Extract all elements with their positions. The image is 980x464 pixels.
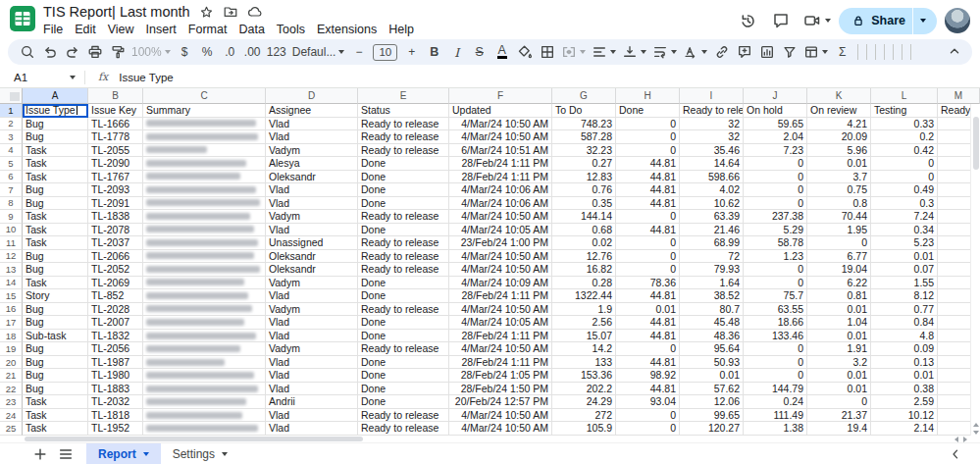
cell-J25[interactable]: 1.38 bbox=[744, 422, 807, 436]
column-header-I[interactable]: I bbox=[680, 88, 744, 104]
cell-C18[interactable] bbox=[143, 330, 266, 343]
cell-F25[interactable]: 4/Mar/24 10:50 AM bbox=[449, 422, 552, 436]
cell-F19[interactable]: 4/Mar/24 10:50 AM bbox=[449, 342, 552, 356]
cell-F1[interactable]: Updated bbox=[449, 104, 552, 118]
cell-B25[interactable]: TL-1952 bbox=[88, 422, 143, 436]
cell-C1[interactable]: Summary bbox=[143, 104, 266, 118]
cell-B21[interactable]: TL-1980 bbox=[88, 369, 143, 383]
cell-K20[interactable]: 3.2 bbox=[807, 356, 871, 370]
cell-L5[interactable]: 0 bbox=[871, 157, 938, 171]
cell-J21[interactable]: 0 bbox=[744, 369, 807, 383]
cell-B19[interactable]: TL-2056 bbox=[88, 342, 143, 356]
cell-D20[interactable]: Vlad bbox=[266, 356, 358, 370]
vertical-align-button[interactable] bbox=[619, 40, 649, 64]
cell-L23[interactable]: 2.59 bbox=[871, 395, 938, 409]
cell-A1[interactable]: Issue Type bbox=[23, 104, 88, 118]
cell-F13[interactable]: 4/Mar/24 10:50 AM bbox=[449, 263, 552, 277]
create-filter-button[interactable] bbox=[778, 40, 800, 64]
cell-A10[interactable]: Task bbox=[23, 224, 88, 237]
cell-E3[interactable]: Ready to release bbox=[358, 130, 449, 144]
cell-H18[interactable]: 44.81 bbox=[616, 330, 680, 343]
cell-J16[interactable]: 63.55 bbox=[744, 303, 807, 317]
cell-E10[interactable]: Done bbox=[358, 224, 449, 237]
cell-E18[interactable]: Done bbox=[358, 330, 449, 343]
cell-G21[interactable]: 153.36 bbox=[552, 369, 616, 383]
cell-H21[interactable]: 98.92 bbox=[616, 369, 680, 383]
column-header-J[interactable]: J bbox=[744, 88, 807, 104]
cell-C13[interactable] bbox=[143, 263, 266, 277]
cell-F8[interactable]: 4/Mar/24 10:06 AM bbox=[449, 197, 552, 211]
cell-C23[interactable] bbox=[143, 395, 266, 409]
cell-K21[interactable]: 0.01 bbox=[807, 369, 871, 383]
sheet-tab-settings[interactable]: Settings bbox=[161, 443, 239, 464]
cell-K16[interactable]: 0.01 bbox=[807, 303, 871, 317]
cell-K13[interactable]: 19.04 bbox=[807, 263, 871, 277]
cell-J5[interactable]: 0 bbox=[744, 157, 807, 171]
cell-J17[interactable]: 18.66 bbox=[744, 316, 807, 330]
cell-I5[interactable]: 14.64 bbox=[680, 157, 744, 171]
cell-K14[interactable]: 6.22 bbox=[807, 277, 871, 290]
cell-I17[interactable]: 45.48 bbox=[680, 316, 744, 330]
cell-A6[interactable]: Task bbox=[23, 171, 88, 184]
cell-H25[interactable]: 0 bbox=[616, 422, 680, 436]
cell-I24[interactable]: 99.65 bbox=[680, 409, 744, 423]
cell-H7[interactable]: 44.81 bbox=[616, 183, 680, 197]
cell-I20[interactable]: 50.93 bbox=[680, 356, 744, 370]
horizontal-scrollbar-thumb[interactable] bbox=[25, 437, 363, 441]
row-header-12[interactable]: 12 bbox=[0, 250, 23, 264]
scroll-up-icon[interactable] bbox=[973, 423, 979, 427]
column-header-D[interactable]: D bbox=[266, 88, 358, 104]
cell-H9[interactable]: 0 bbox=[616, 210, 680, 224]
row-header-7[interactable]: 7 bbox=[0, 183, 23, 197]
cell-E15[interactable]: Done bbox=[358, 289, 449, 303]
cell-C7[interactable] bbox=[143, 183, 266, 197]
cell-F5[interactable]: 28/Feb/24 1:11 PM bbox=[449, 157, 552, 171]
cell-I9[interactable]: 63.39 bbox=[680, 210, 744, 224]
cell-D5[interactable]: Alesya bbox=[266, 157, 358, 171]
cell-K22[interactable]: 0.01 bbox=[807, 383, 871, 396]
cell-I7[interactable]: 4.02 bbox=[680, 183, 744, 197]
increase-font-size-button[interactable]: + bbox=[400, 40, 423, 64]
cell-F20[interactable]: 28/Feb/24 1:11 PM bbox=[449, 356, 552, 370]
cell-H14[interactable]: 78.36 bbox=[616, 277, 680, 290]
cell-I2[interactable]: 32 bbox=[680, 118, 744, 131]
cell-B18[interactable]: TL-1832 bbox=[88, 330, 143, 343]
cell-D1[interactable]: Assignee bbox=[266, 104, 358, 118]
sheets-logo[interactable] bbox=[10, 6, 35, 31]
redo-button[interactable] bbox=[61, 40, 83, 64]
cell-K8[interactable]: 0.8 bbox=[807, 197, 871, 211]
cell-H20[interactable]: 44.81 bbox=[616, 356, 680, 370]
print-button[interactable] bbox=[83, 40, 106, 64]
menu-insert[interactable]: Insert bbox=[140, 22, 182, 37]
font-button[interactable]: Defaul... bbox=[289, 40, 348, 64]
cell-J24[interactable]: 111.49 bbox=[744, 409, 807, 423]
cell-H15[interactable]: 44.81 bbox=[616, 289, 680, 303]
cell-F9[interactable]: 4/Mar/24 10:50 AM bbox=[449, 210, 552, 224]
cell-H23[interactable]: 93.04 bbox=[616, 395, 680, 409]
cell-K6[interactable]: 3.7 bbox=[807, 171, 871, 184]
cell-L7[interactable]: 0.49 bbox=[871, 183, 938, 197]
cell-B11[interactable]: TL-2037 bbox=[88, 236, 143, 250]
cell-C16[interactable] bbox=[143, 303, 266, 317]
cell-A12[interactable]: Bug bbox=[23, 250, 88, 264]
row-header-16[interactable]: 16 bbox=[0, 303, 23, 317]
row-header-18[interactable]: 18 bbox=[0, 330, 23, 343]
cell-C5[interactable] bbox=[143, 157, 266, 171]
avatar[interactable] bbox=[945, 8, 970, 33]
cell-L1[interactable]: Testing bbox=[871, 104, 938, 118]
cell-G11[interactable]: 0.02 bbox=[552, 236, 616, 250]
sheet-tab-report[interactable]: Report bbox=[86, 443, 161, 464]
cell-G7[interactable]: 0.76 bbox=[552, 183, 616, 197]
cell-L10[interactable]: 0.34 bbox=[871, 224, 938, 237]
cell-C10[interactable] bbox=[143, 224, 266, 237]
cell-G20[interactable]: 133 bbox=[552, 356, 616, 370]
cell-A4[interactable]: Task bbox=[23, 144, 88, 158]
text-color-button[interactable]: A bbox=[490, 40, 513, 64]
cell-G14[interactable]: 0.28 bbox=[552, 277, 616, 290]
cell-I1[interactable]: Ready to release bbox=[680, 104, 744, 118]
row-header-23[interactable]: 23 bbox=[0, 395, 23, 409]
cell-E5[interactable]: Done bbox=[358, 157, 449, 171]
cell-G12[interactable]: 12.76 bbox=[552, 250, 616, 264]
cell-E7[interactable]: Done bbox=[358, 183, 449, 197]
cell-F18[interactable]: 28/Feb/24 1:11 PM bbox=[449, 330, 552, 343]
